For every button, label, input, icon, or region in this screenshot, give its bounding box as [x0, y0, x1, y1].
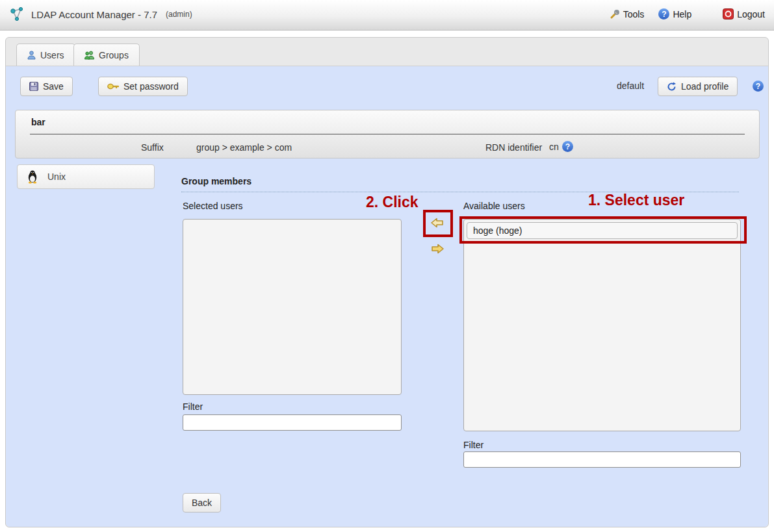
available-users-label: Available users	[463, 201, 525, 211]
filter-label: Filter	[463, 440, 484, 450]
logout-icon	[723, 8, 734, 19]
lam-logo-icon	[8, 6, 25, 23]
save-button[interactable]: Save	[20, 77, 73, 96]
rdn-identifier-label: RDN identifier	[485, 142, 542, 153]
suffix-label: Suffix	[141, 142, 164, 153]
rdn-identifier-value[interactable]: cn ?	[549, 141, 573, 152]
help-icon: ?	[658, 8, 669, 19]
back-button[interactable]: Back	[183, 493, 221, 513]
selected-users-label: Selected users	[183, 201, 243, 211]
move-right-arrow-icon[interactable]	[430, 243, 445, 255]
annotation-box-arrow	[423, 210, 453, 237]
top-navigation: Tools ? Help Logout	[595, 8, 765, 19]
help-icon[interactable]: ?	[562, 141, 573, 152]
user-icon	[27, 51, 36, 60]
help-icon[interactable]: ?	[753, 81, 764, 92]
selected-users-filter-input[interactable]	[183, 414, 402, 431]
tab-users-label: Users	[40, 50, 64, 60]
tools-link[interactable]: Tools	[610, 9, 645, 19]
group-info-panel: bar Suffix group > example > com RDN ide…	[15, 110, 760, 158]
logged-in-user: (admin)	[166, 10, 192, 19]
reload-icon	[667, 82, 677, 92]
group-members-heading: Group members	[181, 176, 252, 186]
load-profile-button[interactable]: Load profile	[658, 77, 738, 96]
tab-groups-label: Groups	[99, 50, 129, 60]
brand: LDAP Account Manager - 7.7 (admin)	[8, 6, 192, 23]
rdn-value-text: cn	[549, 142, 559, 152]
set-password-button[interactable]: Set password	[98, 77, 188, 96]
annotation-box-user	[459, 216, 747, 244]
tab-users[interactable]: Users	[16, 44, 75, 66]
app-title: LDAP Account Manager - 7.7	[31, 9, 157, 20]
title-divider	[30, 134, 745, 134]
selected-users-list[interactable]	[183, 219, 402, 395]
screen: LDAP Account Manager - 7.7 (admin) Tools…	[0, 0, 774, 532]
suffix-value[interactable]: group > example > com	[196, 142, 292, 153]
help-link[interactable]: ? Help	[658, 8, 691, 19]
group-name-title: bar	[31, 117, 45, 127]
profile-name: default	[617, 81, 644, 91]
annotation-step2-text: 2. Click	[366, 194, 419, 211]
sidebar-item-unix[interactable]: Unix	[17, 164, 155, 189]
group-icon	[84, 51, 94, 60]
top-header: LDAP Account Manager - 7.7 (admin) Tools…	[0, 0, 774, 31]
logout-link[interactable]: Logout	[723, 8, 765, 19]
key-icon	[107, 83, 119, 90]
sidebar-item-label: Unix	[47, 171, 66, 182]
tab-groups[interactable]: Groups	[73, 44, 140, 66]
penguin-icon	[26, 170, 39, 184]
available-users-filter-input[interactable]	[463, 451, 741, 468]
wrench-icon	[610, 9, 620, 19]
floppy-icon	[29, 82, 38, 91]
main-container: Users Groups	[5, 37, 769, 527]
filter-label: Filter	[183, 401, 203, 412]
annotation-step1-text: 1. Select user	[588, 192, 684, 209]
available-users-list[interactable]: hoge (hoge)	[463, 219, 741, 431]
